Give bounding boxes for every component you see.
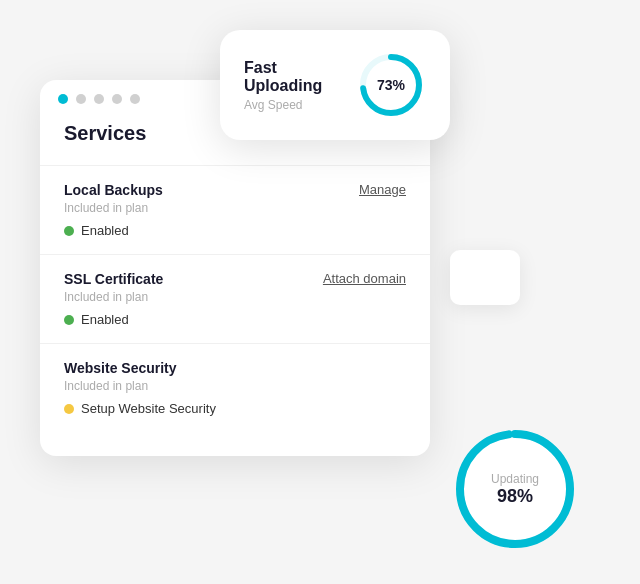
updating-label: Updating 98%	[491, 472, 539, 507]
status-dot-1	[64, 315, 74, 325]
service-action-1[interactable]: Attach domain	[323, 271, 406, 286]
dot-teal	[58, 94, 68, 104]
service-name-2: Website Security	[64, 360, 406, 376]
service-status-1: Enabled	[64, 312, 406, 327]
service-plan-1: Included in plan	[64, 290, 406, 304]
service-name-0: Local Backups	[64, 182, 406, 198]
updating-text: Updating	[491, 472, 539, 486]
services-list: Local Backups Included in plan Enabled M…	[40, 165, 430, 432]
dot-gray-4	[130, 94, 140, 104]
upload-card: Fast Uploading Avg Speed 73%	[220, 30, 450, 140]
status-dot-2	[64, 404, 74, 414]
service-item-0: Local Backups Included in plan Enabled M…	[40, 165, 430, 254]
decorative-box	[450, 250, 520, 305]
upload-percentage: 73%	[377, 77, 405, 93]
service-item-2: Website Security Included in plan Setup …	[40, 343, 430, 432]
dot-gray-2	[94, 94, 104, 104]
service-plan-2: Included in plan	[64, 379, 406, 393]
service-status-0: Enabled	[64, 223, 406, 238]
updating-percentage: 98%	[491, 486, 539, 507]
updating-circle: Updating 98%	[450, 424, 580, 554]
upload-progress-circle: 73%	[356, 50, 426, 120]
status-label-1: Enabled	[81, 312, 129, 327]
service-status-2: Setup Website Security	[64, 401, 406, 416]
upload-title: Fast Uploading	[244, 59, 356, 95]
dot-gray-3	[112, 94, 122, 104]
status-label-0: Enabled	[81, 223, 129, 238]
service-item-1: SSL Certificate Included in plan Enabled…	[40, 254, 430, 343]
status-label-2: Setup Website Security	[81, 401, 216, 416]
status-dot-0	[64, 226, 74, 236]
upload-subtitle: Avg Speed	[244, 98, 356, 112]
dot-gray-1	[76, 94, 86, 104]
service-action-0[interactable]: Manage	[359, 182, 406, 197]
service-plan-0: Included in plan	[64, 201, 406, 215]
